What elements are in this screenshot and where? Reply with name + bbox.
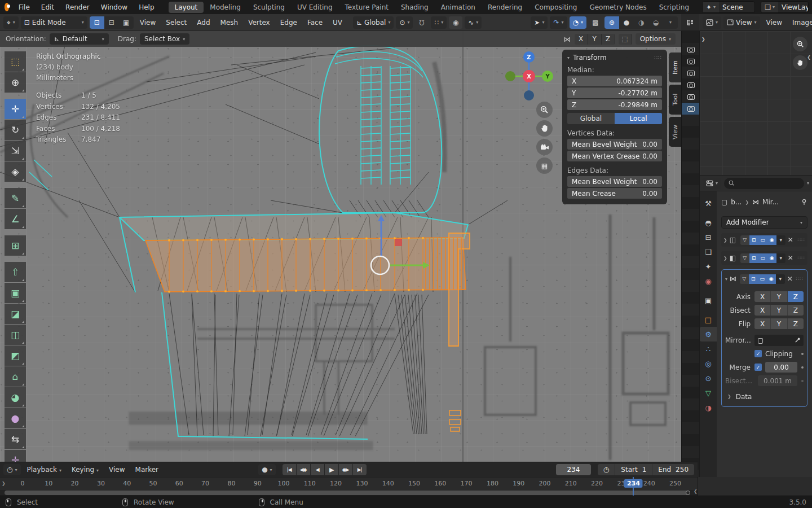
pan-hand-button[interactable] — [536, 120, 553, 137]
play-button[interactable]: ▶ — [325, 464, 338, 475]
axis-x-button[interactable]: X — [754, 291, 771, 302]
axis-z-button[interactable]: Z — [788, 291, 804, 302]
outliner-object-row[interactable] — [682, 103, 700, 115]
tool-cursor[interactable]: ⊕ — [5, 72, 26, 93]
tool-measure[interactable]: ∠ — [5, 209, 26, 229]
current-frame-field[interactable]: 234 — [556, 464, 591, 475]
menu-add[interactable]: Add — [193, 17, 214, 28]
properties-editor-type-button[interactable]: ▾ — [703, 178, 721, 189]
modifier-row-2[interactable]: ❯◧ ▽⊡▭◉▾ ✕∷∷ — [721, 251, 807, 265]
gizmo-plane-handle[interactable] — [395, 239, 402, 246]
image-editor-type-button[interactable]: ▾ — [703, 16, 721, 29]
properties-tab-output[interactable]: ⊟ — [700, 230, 717, 244]
render-toggle[interactable]: ◉ — [767, 253, 776, 263]
rendered-shading-icon[interactable]: ◒ — [648, 16, 663, 29]
animate-dot[interactable] — [801, 380, 804, 382]
pivot-point-dropdown[interactable]: ⊙▾ — [396, 16, 413, 29]
scene-name[interactable]: Scene — [719, 2, 755, 12]
extras-dropdown-icon[interactable]: ▾ — [776, 274, 785, 284]
outliner-object-row[interactable] — [682, 67, 700, 79]
menu-file[interactable]: File — [14, 2, 35, 12]
drag-grip-icon[interactable]: ∷∷ — [655, 55, 662, 60]
editmode-toggle[interactable]: ⊡ — [749, 235, 758, 245]
menu-uv[interactable]: UV — [329, 17, 346, 28]
realtime-toggle[interactable]: ▭ — [758, 235, 767, 245]
axis-gizmo[interactable]: Z Y X — [504, 48, 554, 104]
tool-smooth[interactable]: ● — [5, 408, 26, 428]
edge-select-icon[interactable]: ⊟ — [104, 16, 119, 29]
jump-to-start-button[interactable]: |◀ — [283, 464, 296, 475]
mirror-modifier-header[interactable]: ▾⋈ ▽⊡▭◉▾ ✕∷∷ — [725, 272, 804, 286]
menu-mesh[interactable]: Mesh — [217, 17, 242, 28]
render-toggle[interactable]: ◉ — [767, 235, 776, 245]
menu-edit[interactable]: Edit — [36, 2, 59, 12]
gizmos-dropdown[interactable]: ↷▾ — [550, 16, 567, 29]
properties-tab-render[interactable]: ◓ — [700, 215, 717, 230]
transform-orientation-dropdown[interactable]: ⊾ Global▾ — [353, 16, 394, 29]
tool-spin[interactable]: ◕ — [5, 387, 26, 408]
properties-tab-scene[interactable]: ✦ — [700, 259, 717, 274]
timeline-ruler[interactable]: ❯ 01020304050607080901001101201301401501… — [0, 477, 812, 490]
tab-view[interactable]: View — [669, 117, 681, 147]
prev-keyframe-button[interactable]: ◀◆ — [297, 464, 310, 475]
mirror-y-button[interactable]: Y — [588, 34, 602, 45]
on-cage-toggle[interactable]: ▽ — [740, 274, 749, 284]
properties-tab-physics[interactable]: ◎ — [700, 356, 717, 371]
outliner-object-row[interactable] — [682, 43, 700, 55]
mirror-x-button[interactable]: X — [575, 34, 588, 45]
workspace-tab-scripting[interactable]: Scripting — [653, 2, 695, 13]
add-modifier-button[interactable]: Add Modifier▾ — [721, 216, 807, 229]
collapse-sidebar-icon[interactable]: ❮ — [807, 55, 811, 60]
properties-tab-particles[interactable]: ∴ — [700, 341, 717, 356]
tool-inset-faces[interactable]: ▣ — [5, 283, 26, 303]
orientation-dropdown[interactable]: ⊾ Default▾ — [50, 33, 109, 45]
on-cage-toggle[interactable]: ▽ — [740, 253, 749, 263]
bisect-distance-field[interactable]: 0.001 m — [758, 375, 797, 386]
tool-loop-cut[interactable]: ◫ — [5, 325, 26, 345]
current-frame-badge[interactable]: 234 — [624, 479, 643, 488]
mirror-object-field[interactable]: ▢ — [754, 335, 804, 346]
properties-tab-modifiers[interactable]: ⚙ — [700, 327, 717, 341]
global-button[interactable]: Global — [567, 113, 615, 124]
properties-tab-tool[interactable]: ⚒ — [700, 196, 717, 211]
menu-playback[interactable]: Playback ▾ — [23, 465, 65, 475]
viewlayer-selector[interactable]: ❏▾ ViewLayer ❐ ✕ — [761, 1, 809, 13]
image-menu-view[interactable]: View — [762, 17, 786, 28]
breadcrumb-object[interactable]: b... — [731, 198, 742, 206]
wireframe-shading-icon[interactable]: ⊕ — [604, 16, 619, 29]
tool-select-box[interactable]: ⬚ — [5, 51, 26, 72]
editor-type-button[interactable]: ⌖▾ — [3, 16, 19, 29]
tool-annotate[interactable]: ✎ — [5, 188, 26, 208]
pin-icon[interactable] — [801, 199, 807, 205]
merge-value-field[interactable]: 0.00 — [765, 362, 797, 373]
outliner-object-row[interactable] — [682, 55, 700, 67]
tool-edge-slide[interactable]: ⇆ — [5, 429, 26, 449]
end-frame-field[interactable]: End250 — [652, 464, 694, 475]
tool-extrude-region[interactable]: ⇧ — [5, 262, 26, 282]
xray-toggle-icon[interactable]: ▩ — [589, 16, 602, 29]
properties-tab-material[interactable]: ◑ — [700, 400, 717, 415]
tool-transform[interactable]: ◈ — [5, 161, 26, 182]
start-frame-field[interactable]: Start1 — [615, 464, 652, 475]
menu-help[interactable]: Help — [134, 2, 159, 12]
flip-z-button[interactable]: Z — [788, 318, 804, 329]
menu-keying[interactable]: Keying ▾ — [68, 465, 103, 475]
data-section-toggle[interactable]: Data — [736, 393, 752, 401]
flip-x-button[interactable]: X — [754, 318, 771, 329]
outliner[interactable] — [681, 31, 699, 477]
properties-tab-collection[interactable]: ▣ — [700, 293, 717, 308]
menu-view[interactable]: View — [136, 17, 160, 28]
viewlayer-name[interactable]: ViewLayer — [778, 2, 809, 12]
properties-tab-world[interactable]: ◉ — [700, 274, 717, 288]
scene-selector[interactable]: ✦▾ Scene ⌖ ❐ ✕ — [702, 1, 755, 13]
workspace-tab-layout[interactable]: Layout — [169, 2, 204, 13]
workspace-tab-rendering[interactable]: Rendering — [482, 2, 528, 13]
play-reverse-button[interactable]: ◀ — [311, 464, 324, 475]
flip-y-button[interactable]: Y — [771, 318, 787, 329]
axis-y-button[interactable]: Y — [771, 291, 787, 302]
menu-edge[interactable]: Edge — [276, 17, 301, 28]
modifier-row-1[interactable]: ❯◫ ▽⊡▭◉▾ ✕∷∷ — [721, 233, 807, 247]
scrollbar-knob[interactable] — [686, 491, 690, 495]
clipping-checkbox[interactable]: ✓ — [754, 350, 762, 357]
image-menu-image[interactable]: Image — [788, 17, 812, 28]
